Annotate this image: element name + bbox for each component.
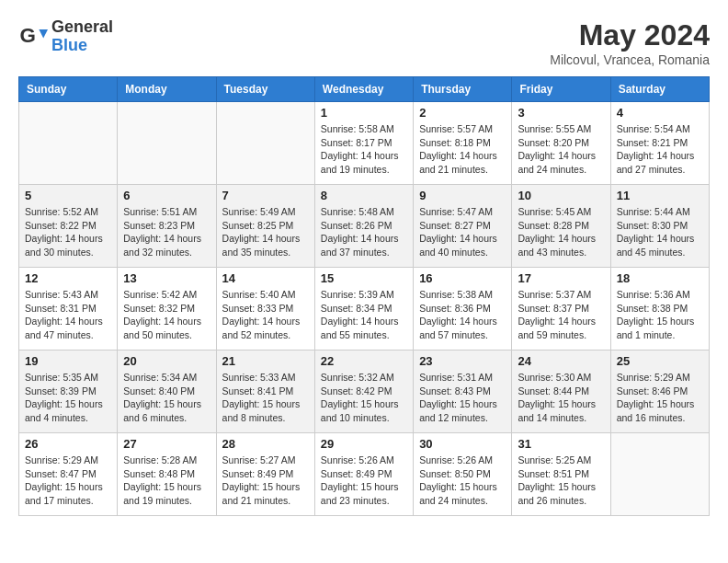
day-info: Sunrise: 5:43 AMSunset: 8:31 PMDaylight:… bbox=[25, 288, 111, 342]
day-info: Sunrise: 5:29 AMSunset: 8:47 PMDaylight:… bbox=[25, 454, 111, 508]
day-cell: 28Sunrise: 5:27 AMSunset: 8:49 PMDayligh… bbox=[216, 433, 314, 516]
day-info: Sunrise: 5:26 AMSunset: 8:49 PMDaylight:… bbox=[321, 454, 407, 508]
day-number: 2 bbox=[419, 106, 506, 120]
day-number: 23 bbox=[419, 354, 506, 368]
day-cell: 29Sunrise: 5:26 AMSunset: 8:49 PMDayligh… bbox=[314, 433, 413, 516]
day-cell: 8Sunrise: 5:48 AMSunset: 8:26 PMDaylight… bbox=[314, 185, 413, 268]
day-info: Sunrise: 5:40 AMSunset: 8:33 PMDaylight:… bbox=[222, 288, 309, 342]
logo: G General Blue bbox=[18, 18, 113, 55]
day-number: 3 bbox=[518, 106, 604, 120]
title-block: May 2024 Milcovul, Vrancea, Romania bbox=[550, 18, 710, 67]
col-header-wednesday: Wednesday bbox=[314, 77, 413, 102]
day-cell: 20Sunrise: 5:34 AMSunset: 8:40 PMDayligh… bbox=[118, 350, 216, 433]
day-cell: 7Sunrise: 5:49 AMSunset: 8:25 PMDaylight… bbox=[216, 185, 314, 268]
day-info: Sunrise: 5:55 AMSunset: 8:20 PMDaylight:… bbox=[518, 122, 604, 177]
month-year: May 2024 bbox=[550, 18, 710, 52]
day-info: Sunrise: 5:35 AMSunset: 8:39 PMDaylight:… bbox=[25, 371, 111, 425]
day-info: Sunrise: 5:47 AMSunset: 8:27 PMDaylight:… bbox=[419, 205, 506, 259]
day-number: 4 bbox=[617, 106, 703, 120]
logo-blue: Blue bbox=[51, 37, 113, 55]
svg-marker-1 bbox=[39, 29, 48, 39]
day-number: 24 bbox=[518, 354, 604, 368]
day-cell: 10Sunrise: 5:45 AMSunset: 8:28 PMDayligh… bbox=[512, 185, 610, 268]
day-number: 18 bbox=[617, 271, 703, 285]
day-cell: 22Sunrise: 5:32 AMSunset: 8:42 PMDayligh… bbox=[314, 350, 413, 433]
day-number: 13 bbox=[123, 271, 210, 285]
week-row-1: 1Sunrise: 5:58 AMSunset: 8:17 PMDaylight… bbox=[19, 102, 710, 185]
day-info: Sunrise: 5:34 AMSunset: 8:40 PMDaylight:… bbox=[123, 371, 210, 425]
day-info: Sunrise: 5:49 AMSunset: 8:25 PMDaylight:… bbox=[222, 205, 309, 259]
day-cell: 2Sunrise: 5:57 AMSunset: 8:18 PMDaylight… bbox=[414, 102, 512, 185]
day-number: 15 bbox=[321, 271, 407, 285]
day-number: 7 bbox=[222, 189, 309, 202]
day-cell: 12Sunrise: 5:43 AMSunset: 8:31 PMDayligh… bbox=[19, 268, 118, 350]
day-cell: 31Sunrise: 5:25 AMSunset: 8:51 PMDayligh… bbox=[512, 433, 610, 516]
day-number: 5 bbox=[25, 189, 111, 202]
day-cell: 11Sunrise: 5:44 AMSunset: 8:30 PMDayligh… bbox=[610, 185, 709, 268]
day-cell: 25Sunrise: 5:29 AMSunset: 8:46 PMDayligh… bbox=[610, 350, 709, 433]
day-cell: 16Sunrise: 5:38 AMSunset: 8:36 PMDayligh… bbox=[414, 268, 512, 350]
day-info: Sunrise: 5:29 AMSunset: 8:46 PMDaylight:… bbox=[617, 371, 703, 425]
week-row-2: 5Sunrise: 5:52 AMSunset: 8:22 PMDaylight… bbox=[19, 185, 710, 268]
col-header-tuesday: Tuesday bbox=[216, 77, 314, 102]
day-info: Sunrise: 5:52 AMSunset: 8:22 PMDaylight:… bbox=[25, 205, 111, 259]
week-row-3: 12Sunrise: 5:43 AMSunset: 8:31 PMDayligh… bbox=[19, 268, 710, 350]
day-info: Sunrise: 5:32 AMSunset: 8:42 PMDaylight:… bbox=[321, 371, 407, 425]
day-cell: 9Sunrise: 5:47 AMSunset: 8:27 PMDaylight… bbox=[414, 185, 512, 268]
header-row: SundayMondayTuesdayWednesdayThursdayFrid… bbox=[19, 77, 710, 102]
day-info: Sunrise: 5:31 AMSunset: 8:43 PMDaylight:… bbox=[419, 371, 506, 425]
day-info: Sunrise: 5:58 AMSunset: 8:17 PMDaylight:… bbox=[321, 122, 407, 177]
day-cell: 23Sunrise: 5:31 AMSunset: 8:43 PMDayligh… bbox=[414, 350, 512, 433]
day-number: 8 bbox=[321, 189, 407, 202]
day-info: Sunrise: 5:42 AMSunset: 8:32 PMDaylight:… bbox=[123, 288, 210, 342]
day-cell: 15Sunrise: 5:39 AMSunset: 8:34 PMDayligh… bbox=[314, 268, 413, 350]
day-cell: 21Sunrise: 5:33 AMSunset: 8:41 PMDayligh… bbox=[216, 350, 314, 433]
svg-text:G: G bbox=[20, 24, 36, 47]
logo-general: General bbox=[51, 18, 113, 37]
day-number: 19 bbox=[25, 354, 111, 368]
col-header-monday: Monday bbox=[118, 77, 216, 102]
day-cell: 1Sunrise: 5:58 AMSunset: 8:17 PMDaylight… bbox=[314, 102, 413, 185]
day-info: Sunrise: 5:33 AMSunset: 8:41 PMDaylight:… bbox=[222, 371, 309, 425]
day-cell: 13Sunrise: 5:42 AMSunset: 8:32 PMDayligh… bbox=[118, 268, 216, 350]
day-info: Sunrise: 5:28 AMSunset: 8:48 PMDaylight:… bbox=[123, 454, 210, 508]
day-number: 10 bbox=[518, 189, 604, 202]
day-number: 28 bbox=[222, 437, 309, 451]
day-number: 21 bbox=[222, 354, 309, 368]
day-number: 14 bbox=[222, 271, 309, 285]
day-info: Sunrise: 5:38 AMSunset: 8:36 PMDaylight:… bbox=[419, 288, 506, 342]
day-cell bbox=[216, 102, 314, 185]
day-cell: 24Sunrise: 5:30 AMSunset: 8:44 PMDayligh… bbox=[512, 350, 610, 433]
day-info: Sunrise: 5:54 AMSunset: 8:21 PMDaylight:… bbox=[617, 122, 703, 177]
day-info: Sunrise: 5:36 AMSunset: 8:38 PMDaylight:… bbox=[617, 288, 703, 342]
day-info: Sunrise: 5:57 AMSunset: 8:18 PMDaylight:… bbox=[419, 122, 506, 177]
day-cell bbox=[610, 433, 709, 516]
day-number: 17 bbox=[518, 271, 604, 285]
col-header-sunday: Sunday bbox=[19, 77, 118, 102]
day-info: Sunrise: 5:45 AMSunset: 8:28 PMDaylight:… bbox=[518, 205, 604, 259]
day-cell: 30Sunrise: 5:26 AMSunset: 8:50 PMDayligh… bbox=[414, 433, 512, 516]
day-info: Sunrise: 5:30 AMSunset: 8:44 PMDaylight:… bbox=[518, 371, 604, 425]
logo-text: General Blue bbox=[51, 18, 113, 55]
day-info: Sunrise: 5:44 AMSunset: 8:30 PMDaylight:… bbox=[617, 205, 703, 259]
day-info: Sunrise: 5:37 AMSunset: 8:37 PMDaylight:… bbox=[518, 288, 604, 342]
day-number: 26 bbox=[25, 437, 111, 451]
day-cell: 18Sunrise: 5:36 AMSunset: 8:38 PMDayligh… bbox=[610, 268, 709, 350]
location: Milcovul, Vrancea, Romania bbox=[550, 52, 710, 67]
day-cell: 26Sunrise: 5:29 AMSunset: 8:47 PMDayligh… bbox=[19, 433, 118, 516]
day-number: 12 bbox=[25, 271, 111, 285]
week-row-5: 26Sunrise: 5:29 AMSunset: 8:47 PMDayligh… bbox=[19, 433, 710, 516]
day-cell: 3Sunrise: 5:55 AMSunset: 8:20 PMDaylight… bbox=[512, 102, 610, 185]
col-header-saturday: Saturday bbox=[610, 77, 709, 102]
day-info: Sunrise: 5:39 AMSunset: 8:34 PMDaylight:… bbox=[321, 288, 407, 342]
day-cell: 6Sunrise: 5:51 AMSunset: 8:23 PMDaylight… bbox=[118, 185, 216, 268]
calendar: SundayMondayTuesdayWednesdayThursdayFrid… bbox=[18, 76, 710, 516]
page-header: G General Blue May 2024 Milcovul, Vrance… bbox=[18, 18, 710, 67]
day-number: 30 bbox=[419, 437, 506, 451]
col-header-friday: Friday bbox=[512, 77, 610, 102]
logo-icon: G bbox=[18, 22, 48, 52]
day-number: 29 bbox=[321, 437, 407, 451]
day-info: Sunrise: 5:48 AMSunset: 8:26 PMDaylight:… bbox=[321, 205, 407, 259]
day-cell: 5Sunrise: 5:52 AMSunset: 8:22 PMDaylight… bbox=[19, 185, 118, 268]
day-cell bbox=[118, 102, 216, 185]
